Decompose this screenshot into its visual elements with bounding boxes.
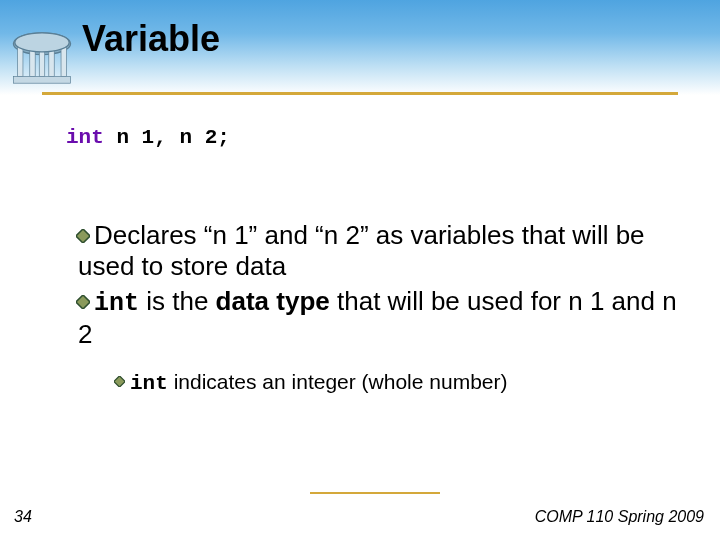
slide-number: 34: [14, 508, 32, 526]
svg-rect-10: [114, 376, 125, 387]
footer-divider: [310, 492, 440, 494]
svg-rect-9: [76, 295, 90, 309]
bullet2-bold: data type: [216, 286, 330, 316]
bullet2-mid: is the: [139, 286, 216, 316]
sub-rest: indicates an integer (whole number): [168, 370, 508, 393]
bullet-icon: [76, 229, 90, 243]
code-rest: n 1, n 2;: [104, 126, 230, 149]
bullet-icon: [114, 376, 125, 387]
bullet-icon: [76, 295, 90, 309]
header-band: Variable: [0, 0, 720, 95]
bullet-item-2: int is the data type that will be used f…: [78, 286, 688, 395]
course-label: COMP 110 Spring 2009: [535, 508, 704, 526]
svg-point-7: [15, 33, 69, 52]
code-declaration: int n 1, n 2;: [66, 126, 230, 149]
sub-code: int: [130, 372, 168, 395]
svg-rect-5: [61, 45, 66, 76]
svg-rect-1: [18, 45, 23, 76]
slide-title: Variable: [82, 18, 220, 60]
svg-rect-6: [13, 76, 70, 83]
bullet-text-1: Declares “n 1” and “n 2” as variables th…: [78, 220, 645, 281]
code-keyword: int: [66, 126, 104, 149]
bullet-item-1: Declares “n 1” and “n 2” as variables th…: [78, 220, 688, 282]
title-underline: [42, 92, 678, 95]
logo-old-well-icon: [6, 22, 78, 90]
bullet2-code: int: [94, 289, 139, 318]
bullet-list: Declares “n 1” and “n 2” as variables th…: [78, 220, 688, 396]
svg-rect-8: [76, 229, 90, 243]
sub-bullet-item: int indicates an integer (whole number): [116, 369, 688, 396]
